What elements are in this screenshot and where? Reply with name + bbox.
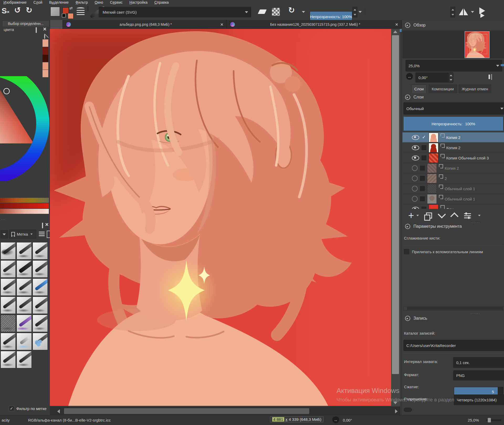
docker-splitter-handle[interactable]: ······ bbox=[471, 312, 480, 315]
record-toggle[interactable] bbox=[404, 408, 412, 412]
horizontal-scrollbar-thumb[interactable] bbox=[64, 408, 309, 414]
opacity-spinner[interactable] bbox=[353, 7, 357, 17]
overview-thumbnail[interactable] bbox=[465, 32, 489, 58]
close-docker-icon[interactable]: × bbox=[43, 27, 46, 32]
color-profile-status[interactable]: RGB/альфа-канал (8-би...B-elle-V2-srgbtr… bbox=[28, 418, 111, 422]
brush-preset-pen-plain-icon[interactable] bbox=[1, 333, 16, 350]
brush-preset-brush-purple-icon[interactable] bbox=[17, 315, 32, 332]
docker-splitter-handle[interactable]: ··· bbox=[1, 217, 6, 221]
brush-preset-pen-smudge-icon[interactable] bbox=[1, 242, 16, 260]
brush-preset-pen-ink-icon[interactable] bbox=[33, 260, 48, 278]
close-docker-icon[interactable]: × bbox=[45, 222, 49, 227]
gradient-strip[interactable] bbox=[0, 203, 49, 208]
layer-row[interactable]: Обычный слой 1 bbox=[402, 184, 504, 194]
brush-preset-pen-plain-icon[interactable] bbox=[1, 260, 16, 278]
duplicate-layer-button[interactable] bbox=[426, 212, 432, 219]
scroll-up-icon[interactable] bbox=[393, 30, 397, 33]
brush-preset-pen-plain-icon[interactable] bbox=[33, 242, 48, 260]
brush-preset-noise-soft-icon[interactable] bbox=[1, 315, 16, 332]
menu-item-Окно[interactable]: Окно bbox=[91, 0, 107, 4]
layer-checkbox[interactable] bbox=[420, 176, 425, 181]
menu-item-Фильтр[interactable]: Фильтр bbox=[72, 0, 91, 4]
layer-row[interactable]: Копия 2 bbox=[402, 143, 504, 153]
color-wheel[interactable] bbox=[0, 76, 50, 181]
rotation-status-icon[interactable]: ↔ bbox=[332, 416, 339, 423]
brush-preset-pen-plain-icon[interactable] bbox=[17, 278, 32, 296]
mirror-horizontal-icon-right[interactable] bbox=[464, 8, 468, 15]
brush-preset-pen-plain-icon[interactable] bbox=[17, 351, 32, 368]
mirror-view-icon[interactable] bbox=[489, 75, 490, 79]
overview-rotation-field[interactable]: 0,00° bbox=[416, 72, 453, 82]
layer-row[interactable]: Обычный слой 1 bbox=[402, 194, 504, 204]
reload-dropdown-icon[interactable] bbox=[302, 11, 305, 13]
canvas-rotation-icon[interactable]: ↔ bbox=[406, 73, 413, 80]
layer-visibility-eye-icon[interactable] bbox=[412, 145, 419, 150]
docker-tab-Слои[interactable]: Слои bbox=[411, 85, 427, 93]
layer-visibility-eye-icon[interactable] bbox=[412, 207, 419, 209]
size-spinner[interactable] bbox=[450, 7, 455, 17]
filter-by-tag-row[interactable]: ✓ Фильтр по метке bbox=[9, 406, 46, 411]
brush-preset-pencil-scribble-icon[interactable] bbox=[1, 297, 16, 314]
lock-icon[interactable] bbox=[405, 23, 410, 28]
scroll-left-icon[interactable] bbox=[403, 307, 407, 310]
brush-preset-pen-wave-icon[interactable] bbox=[17, 242, 32, 260]
default-colors-icon[interactable] bbox=[62, 14, 66, 17]
snap-assistants-checkbox[interactable] bbox=[404, 249, 409, 254]
color-swatch[interactable] bbox=[43, 62, 48, 70]
layer-checkbox[interactable]: ✓ bbox=[422, 135, 426, 140]
layer-row[interactable]: Копия Обычный слой 3 bbox=[402, 153, 504, 163]
blend-mode-combo[interactable]: Мягкий свет (SVG) bbox=[99, 7, 251, 17]
layer-visibility-eye-icon[interactable] bbox=[412, 156, 419, 160]
move-layer-up-button[interactable] bbox=[450, 212, 459, 220]
opacity-dropdown-icon[interactable] bbox=[359, 11, 362, 13]
background-color-swatch[interactable] bbox=[68, 13, 74, 19]
foreground-color-swatch[interactable] bbox=[62, 7, 69, 14]
brush-option-list-icon[interactable] bbox=[77, 10, 85, 11]
brush-preset-pencil-blue-icon[interactable] bbox=[33, 278, 48, 296]
layer-properties-button[interactable] bbox=[464, 213, 471, 214]
overview-zoom-combo[interactable]: 25,0% bbox=[406, 60, 502, 71]
brush-option-wave-icon[interactable] bbox=[77, 7, 85, 9]
layer-row[interactable]: Фон bbox=[402, 204, 504, 209]
menu-item-Выделение[interactable]: Выделение bbox=[46, 0, 72, 4]
close-icon[interactable]: × bbox=[220, 22, 223, 27]
brush-preset-chip[interactable] bbox=[88, 6, 88, 11]
color-selector-docker-tab[interactable]: Выбор определённ... bbox=[2, 20, 49, 27]
move-layer-down-button[interactable] bbox=[438, 210, 446, 218]
menu-item-Настройка[interactable]: Настройка bbox=[126, 0, 151, 4]
reload-preset-icon[interactable]: ↻ bbox=[288, 6, 295, 14]
redo-icon[interactable]: ↻ bbox=[26, 6, 32, 14]
rotation-spinner[interactable] bbox=[449, 73, 453, 82]
brush-preset-pen-plain-icon[interactable] bbox=[1, 351, 16, 368]
brush-preset-stamp-flower-icon[interactable] bbox=[33, 333, 48, 350]
pattern-chip[interactable] bbox=[50, 7, 60, 16]
menu-item-Изображение[interactable]: Изображение bbox=[0, 0, 30, 4]
capture-interval-input[interactable]: 0,1 сек. bbox=[453, 357, 504, 368]
overview-zoom-slider-nub[interactable] bbox=[501, 64, 504, 66]
resolution-combo[interactable]: Четверть (1220x1084) bbox=[454, 395, 504, 405]
freehand-selection-tool-icon[interactable]: S× bbox=[2, 7, 9, 16]
vertical-scrollbar-thumb[interactable] bbox=[392, 35, 399, 374]
mirror-horizontal-icon[interactable] bbox=[459, 8, 463, 15]
vertical-scrollbar[interactable] bbox=[391, 29, 400, 406]
float-docker-icon[interactable] bbox=[36, 27, 37, 33]
color-swatch[interactable] bbox=[43, 47, 48, 54]
layer-checkbox[interactable] bbox=[422, 207, 426, 209]
brush-preset-pen-plain-icon[interactable] bbox=[17, 297, 32, 314]
scroll-right-icon[interactable] bbox=[395, 409, 398, 413]
overview-preview-area[interactable] bbox=[402, 30, 504, 58]
layer-checkbox[interactable] bbox=[420, 196, 425, 201]
docker-tab-Журнал отмен[interactable]: Журнал отмен bbox=[459, 85, 491, 93]
add-layer-button[interactable]: + bbox=[408, 211, 414, 219]
docker-splitter-handle[interactable]: ······ bbox=[471, 221, 480, 224]
swap-colors-icon[interactable]: ⇄ bbox=[69, 6, 73, 11]
add-layer-dropdown-icon[interactable] bbox=[416, 215, 419, 216]
zoom-slider-handle[interactable] bbox=[488, 418, 491, 422]
color-swatch[interactable] bbox=[43, 39, 48, 47]
color-swatch[interactable] bbox=[43, 55, 48, 62]
brush-preset-pen-plain-icon[interactable] bbox=[33, 315, 48, 332]
hamburger-menu-icon[interactable] bbox=[39, 232, 45, 232]
layer-visibility-eye-icon[interactable] bbox=[412, 165, 418, 171]
layer-visibility-eye-icon[interactable] bbox=[412, 135, 419, 140]
format-combo[interactable]: PNG bbox=[453, 370, 504, 380]
